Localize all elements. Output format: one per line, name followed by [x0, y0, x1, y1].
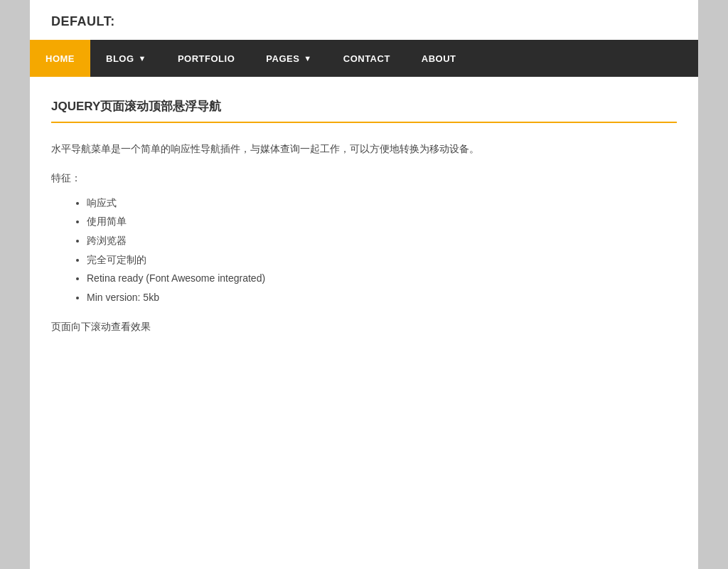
chevron-down-icon: ▼ [304, 54, 311, 63]
nav-item-contact[interactable]: CONTACT [328, 40, 406, 77]
list-item: 跨浏览器 [87, 231, 677, 250]
list-item: 使用简单 [87, 212, 677, 231]
features-label: 特征： [51, 172, 677, 185]
list-item: 响应式 [87, 193, 677, 213]
nav-item-pages[interactable]: PAGES ▼ [250, 40, 327, 77]
header-section: DEFAULT: [30, 0, 698, 40]
title-divider [51, 122, 677, 123]
nav-bar: HOME BLOG ▼ PORTFOLIO PAGES ▼ CONTACT AB… [30, 40, 698, 77]
nav-item-home[interactable]: HOME [30, 40, 90, 77]
list-item: Min version: 5kb [87, 288, 677, 307]
description-text: 水平导航菜单是一个简单的响应性导航插件，与媒体查询一起工作，可以方便地转换为移动… [51, 141, 677, 158]
page-wrapper: DEFAULT: HOME BLOG ▼ PORTFOLIO PAGES ▼ C… [30, 0, 698, 569]
content-section: JQUERY页面滚动顶部悬浮导航 水平导航菜单是一个简单的响应性导航插件，与媒体… [30, 77, 698, 355]
nav-item-blog[interactable]: BLOG ▼ [90, 40, 162, 77]
scroll-hint: 页面向下滚动查看效果 [51, 321, 677, 334]
page-title: JQUERY页面滚动顶部悬浮导航 [51, 98, 677, 115]
chevron-down-icon: ▼ [139, 54, 146, 63]
list-item: 完全可定制的 [87, 250, 677, 270]
nav-item-about[interactable]: ABOUT [406, 40, 472, 77]
default-label: DEFAULT: [51, 14, 115, 28]
features-list: 响应式 使用简单 跨浏览器 完全可定制的 Retina ready (Font … [51, 193, 677, 307]
list-item: Retina ready (Font Awesome integrated) [87, 269, 677, 288]
nav-item-portfolio[interactable]: PORTFOLIO [162, 40, 250, 77]
